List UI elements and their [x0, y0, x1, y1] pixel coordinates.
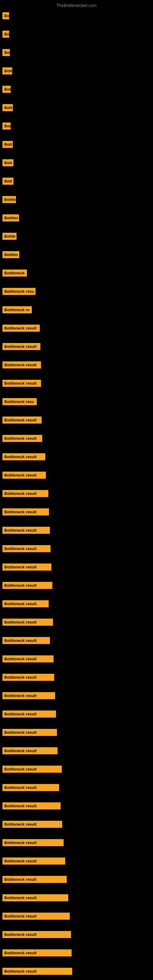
bottleneck-label: Bottleneck result	[2, 876, 67, 883]
list-item: Bottleneck result	[0, 873, 153, 886]
bottleneck-label: Bo	[2, 49, 10, 56]
bottleneck-label: Bottleneck result	[2, 490, 48, 497]
list-item: Bott	[0, 64, 153, 78]
list-item: Bo	[0, 9, 153, 22]
bottleneck-label: Bottleneck result	[2, 950, 72, 956]
list-item: Bottleneck result	[0, 965, 153, 978]
bottleneck-label: Bott	[2, 67, 12, 75]
bottleneck-label: Bottleneck	[2, 269, 27, 277]
list-item: Bottlen	[0, 211, 153, 224]
list-item: Bottleneck result	[0, 652, 153, 665]
bottleneck-label: Bottleneck result	[2, 563, 51, 571]
list-item: Bott	[0, 175, 153, 188]
list-item: Bottleneck result	[0, 414, 153, 426]
list-item: Bottleneck result	[0, 542, 153, 555]
list-item: Bottleneck re	[0, 303, 153, 317]
bottleneck-label: Bott	[2, 159, 13, 166]
bottleneck-label: Bottleneck result	[2, 619, 53, 626]
bottleneck-label: Bottlen	[2, 215, 19, 221]
bottleneck-label: Bot	[2, 123, 11, 130]
bottleneck-label: Bott	[2, 104, 13, 111]
list-item: Bottleneck result	[0, 469, 153, 482]
bottleneck-label: Bottleneck result	[2, 417, 41, 423]
bottleneck-label: Bott	[2, 141, 13, 148]
list-item: Bottleneck result	[0, 597, 153, 610]
bottleneck-label: Bottleneck result	[2, 637, 50, 644]
list-item: Bot	[0, 83, 153, 96]
list-item: Bottleneck result	[0, 505, 153, 519]
bottleneck-label: Bottle	[2, 233, 16, 240]
list-item: Bottleneck result	[0, 799, 153, 813]
bottleneck-label: Bottleneck result	[2, 894, 68, 901]
list-item: Bottle	[0, 230, 153, 243]
list-item: Bottleneck result	[0, 321, 153, 335]
list-item: Bottleneck result	[0, 910, 153, 923]
list-item: Bottleneck result	[0, 634, 153, 647]
list-item: Bottleneck	[0, 266, 153, 280]
list-item: Bottleneck result	[0, 762, 153, 776]
bottleneck-label: Bottleneck result	[2, 380, 41, 387]
list-item: Bottleneck result	[0, 891, 153, 904]
list-item: Bottleneck result	[0, 450, 153, 463]
bottleneck-label: Bottleneck result	[2, 784, 59, 791]
bottleneck-label: Bottleneck result	[2, 527, 50, 534]
bottleneck-label: Bottleneck result	[2, 858, 65, 865]
list-item: Bottlen	[0, 248, 153, 261]
list-item: Bott	[0, 156, 153, 169]
bottleneck-label: Bottleneck result	[2, 361, 41, 368]
bottleneck-label: Bottleneck result	[2, 766, 62, 773]
bottleneck-label: Bottle	[2, 196, 16, 203]
list-item: Bottleneck result	[0, 689, 153, 702]
bottleneck-label: Bottleneck resu	[2, 398, 37, 405]
list-item: Bottleneck result	[0, 928, 153, 941]
bottleneck-label: Bottleneck result	[2, 913, 70, 920]
list-item: Bottleneck result	[0, 818, 153, 831]
list-item: Bo	[0, 46, 153, 59]
bottleneck-label: Bottleneck result	[2, 674, 54, 681]
list-item: Bottleneck result	[0, 946, 153, 959]
list-item: Bottleneck result	[0, 744, 153, 757]
list-item: Bottleneck result	[0, 671, 153, 684]
list-item: Bo	[0, 27, 153, 41]
bottleneck-label: Bottleneck result	[2, 931, 71, 938]
list-item: Bottleneck result	[0, 836, 153, 849]
bottleneck-label: Bottleneck result	[2, 343, 40, 350]
bottleneck-label: Bottleneck resu	[2, 288, 35, 295]
list-item: Bottleneck resu	[0, 395, 153, 408]
bottleneck-label: Bottleneck result	[2, 729, 57, 736]
bottleneck-label: Bottleneck result	[2, 802, 61, 810]
list-item: Bottleneck result	[0, 616, 153, 629]
bottleneck-label: Bottleneck result	[2, 545, 51, 552]
list-item: Bott	[0, 101, 153, 114]
list-item: Bottleneck result	[0, 726, 153, 739]
bottleneck-label: Bottleneck result	[2, 453, 45, 460]
bottleneck-label: Bottleneck result	[2, 747, 57, 754]
bottleneck-label: Bottleneck result	[2, 655, 54, 662]
list-item: Bottleneck result	[0, 340, 153, 353]
bottleneck-label: Bottlen	[2, 251, 19, 258]
list-item: Bottleneck result	[0, 781, 153, 794]
bottleneck-label: Bo	[2, 30, 9, 38]
bottleneck-label: Bott	[2, 178, 13, 185]
bottleneck-label: Bottleneck result	[2, 508, 49, 515]
bottleneck-label: Bo	[2, 12, 9, 19]
bottleneck-label: Bottleneck result	[2, 968, 72, 975]
list-item: Bottleneck result	[0, 854, 153, 868]
site-title: TheBottlenecker.com	[0, 1, 153, 9]
list-item: Bottleneck result	[0, 560, 153, 574]
list-item: Bottleneck result	[0, 487, 153, 500]
list-item: Bottleneck result	[0, 432, 153, 445]
bottleneck-label: Bot	[2, 86, 11, 93]
bottleneck-label: Bottleneck result	[2, 692, 55, 699]
list-item: Bottleneck result	[0, 579, 153, 592]
bottleneck-label: Bottleneck result	[2, 472, 46, 479]
bottleneck-label: Bottleneck result	[2, 435, 42, 442]
list-item: Bottleneck result	[0, 524, 153, 537]
bottleneck-label: Bottleneck result	[2, 600, 49, 607]
bottleneck-label: Bottleneck re	[2, 306, 32, 313]
list-item: Bottle	[0, 193, 153, 206]
bottleneck-label: Bottleneck result	[2, 839, 64, 846]
bottleneck-label: Bottleneck result	[2, 582, 52, 589]
list-item: Bottleneck result	[0, 708, 153, 721]
list-item: Bottleneck result	[0, 377, 153, 390]
